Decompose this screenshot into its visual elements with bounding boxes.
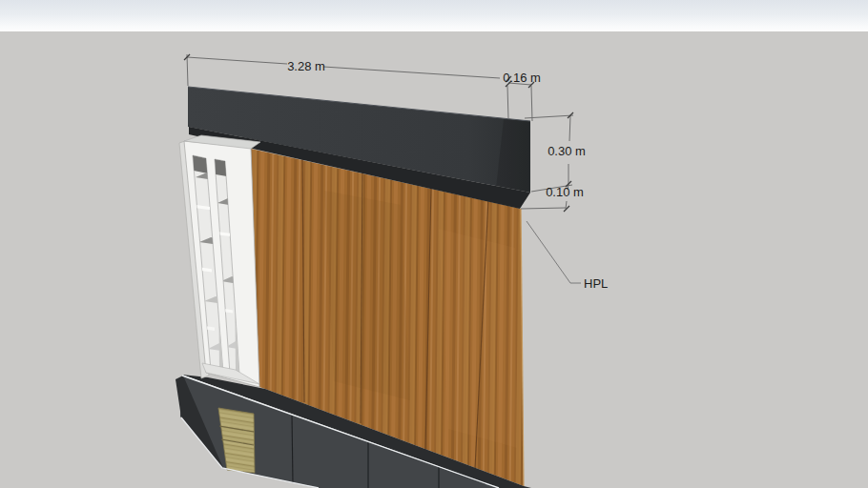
white-shelving-unit (179, 135, 260, 387)
dimension-label-depth: 0.16 m (503, 71, 541, 85)
dimension-label-lip-height: 0.10 m (546, 186, 584, 199)
model-viewport[interactable]: 3.28 m 0.16 m 0.30 m 0.10 m HPL (0, 0, 868, 488)
dimension-label-width: 3.28 m (287, 60, 325, 73)
hpl-leader-line (527, 221, 581, 283)
dimension-label-cornice-height: 0.30 m (548, 145, 586, 158)
material-label-hpl: HPL (584, 277, 608, 291)
wall-unit-model (0, 0, 868, 488)
